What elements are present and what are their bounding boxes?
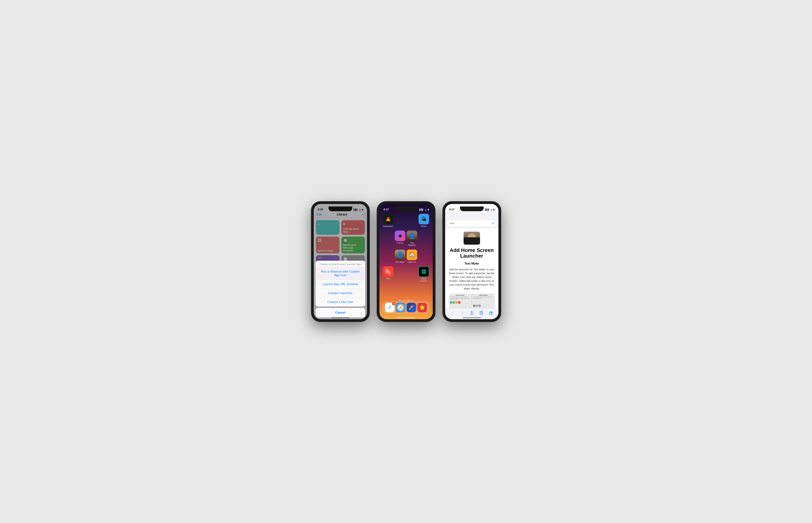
app-empty-5 <box>383 250 394 263</box>
preview-icon-7 <box>479 305 481 307</box>
app-label-hourly: Hourly <box>421 225 427 227</box>
app-label-text-myke: Text Myke <box>395 261 405 263</box>
app-label-lights-up: Lights Up <box>408 261 416 263</box>
svg-rect-6 <box>422 272 424 273</box>
text-stephen-icon: 👤 <box>407 231 417 241</box>
app-empty-1 <box>394 214 406 227</box>
app-hourly[interactable]: 🌤 Hourly <box>418 214 429 227</box>
time-2: 4:17 <box>384 208 389 211</box>
dock-safari[interactable]: 🧭 <box>396 303 405 312</box>
phones-container: 2:23 ▌▌▌ ▲ ▮ Edit Library + ··· ✓ <box>311 201 501 322</box>
page-dot-6 <box>410 300 411 301</box>
app-homescreen[interactable]: Home Screen <box>418 266 429 282</box>
phone-1: 2:23 ▌▌▌ ▲ ▮ Edit Library + ··· ✓ <box>311 201 370 322</box>
notch-2 <box>394 206 418 211</box>
action-custom-color[interactable]: Custom Color Icon <box>316 298 365 306</box>
address-text: data: <box>449 222 455 225</box>
page-dot-2 <box>401 300 402 301</box>
app-empty-8 <box>406 266 418 282</box>
app-empty-6 <box>418 250 429 263</box>
wifi-icon-3: ▲ <box>490 209 492 211</box>
preview-icon-1 <box>450 301 452 304</box>
action-sheet-overlay[interactable]: Choose a Home Screen Launcher Type Run a… <box>314 204 367 319</box>
safari-address-bar[interactable]: data: ↺ <box>447 220 496 227</box>
back-button[interactable] <box>449 310 456 316</box>
action-sheet-header: Choose a Home Screen Launcher Type <box>316 261 365 267</box>
page-body: Add this launcher for 'Text Myke' to you… <box>449 268 495 291</box>
wifi-icon-2: ▲ <box>425 209 427 211</box>
page-title: Add Home Screen Launcher <box>449 248 495 259</box>
app-empty-3 <box>383 231 394 246</box>
preview-icon-5 <box>473 305 475 307</box>
status-icons-2: ▌▌▌ ▲ ▮ <box>419 209 428 211</box>
dock-star[interactable]: ⭐ <box>418 303 427 312</box>
app-text-stephen[interactable]: 👤 Text Stephen <box>406 231 418 246</box>
safari-content: Add Home Screen Launcher Text Myke Add t… <box>445 228 498 308</box>
dock: ✓ 9 🧭 🚀 ⭐ <box>382 301 430 314</box>
frames-icon: ◆ <box>395 231 405 241</box>
phone3-screen: 4:17 ▌▌▌ ▲ ▮ data: ↺ <box>445 204 498 319</box>
app-label-rss: RSS <box>386 278 390 280</box>
app-automation[interactable]: Automation <box>383 214 394 227</box>
home-indicator-2 <box>397 318 415 318</box>
profile-avatar <box>463 232 480 245</box>
forward-button[interactable] <box>459 310 465 316</box>
preview-icons-row-2 <box>473 305 494 307</box>
app-label-text-stephen: Text Stephen <box>406 242 418 246</box>
dock-rocket[interactable]: 🚀 <box>407 303 416 312</box>
signal-icon-3: ▌▌▌ <box>485 209 489 211</box>
text-myke-icon: 👤 <box>395 250 405 260</box>
share-button[interactable] <box>469 310 475 316</box>
page-dots <box>399 300 413 301</box>
app-lights-up[interactable]: 🏠 Lights Up <box>406 250 418 263</box>
home-screen-grid: Automation 🌤 Hourly ◆ Frames 👤 <box>379 212 433 282</box>
preview-panel-2-title: Home Control <box>473 294 494 296</box>
phone-2: 4:17 ▌▌▌ ▲ ▮ Automation <box>377 201 435 322</box>
preview-icons-row-1 <box>450 301 471 304</box>
reload-icon[interactable]: ↺ <box>492 222 494 225</box>
signal-icon-2: ▌▌▌ <box>419 209 424 211</box>
preview-panel-1-title: Home Control <box>450 294 471 296</box>
lights-up-icon: 🏠 <box>407 250 417 260</box>
page-dot-3 <box>403 300 404 301</box>
preview-panel-2: Home Control Add this launcher for 'Home… <box>472 293 495 308</box>
svg-rect-2 <box>386 272 387 273</box>
svg-rect-5 <box>424 270 425 271</box>
app-text-myke[interactable]: 👤 Text Myke <box>394 250 406 263</box>
page-dot-1 <box>399 300 400 301</box>
action-sheet-main: Choose a Home Screen Launcher Type Run a… <box>316 261 365 306</box>
phone2-screen: 4:17 ▌▌▌ ▲ ▮ Automation <box>379 204 433 319</box>
action-launch-url[interactable]: Launch App URL Scheme <box>316 280 365 289</box>
bookmarks-button[interactable] <box>478 310 484 316</box>
preview-panel-2-text: Add this launcher for 'Home Control' to … <box>473 296 494 299</box>
app-empty-2 <box>406 214 418 227</box>
homescreen-icon <box>419 266 429 277</box>
app-label-homescreen: Home Screen <box>418 278 429 282</box>
action-contact-launcher[interactable]: Contact Launcher <box>316 289 365 298</box>
preview-icon-6 <box>476 305 478 307</box>
action-run-shortcut[interactable]: Run a Shortcut with Custom App Icon <box>316 267 365 280</box>
preview-icon-3 <box>455 301 458 304</box>
notch-3 <box>460 206 484 211</box>
dock-checklist[interactable]: ✓ 9 <box>385 303 394 312</box>
battery-icon-2: ▮ <box>428 209 429 211</box>
battery-icon-3: ▮ <box>493 209 494 211</box>
page-dot-7 <box>412 300 413 301</box>
phone1-screen: 2:23 ▌▌▌ ▲ ▮ Edit Library + ··· ✓ <box>314 204 367 319</box>
screenshot-preview: Home Control Add this launcher for 'Home… <box>449 293 495 308</box>
status-icons-3: ▌▌▌ ▲ ▮ <box>485 209 494 211</box>
app-rss[interactable]: RSS <box>383 266 394 282</box>
action-cancel-button[interactable]: Cancel <box>316 308 365 318</box>
app-label-frames: Frames <box>396 242 403 244</box>
phone-3: 4:17 ▌▌▌ ▲ ▮ data: ↺ <box>443 201 501 322</box>
dock-badge: 9 <box>392 302 395 305</box>
preview-divider <box>472 293 472 308</box>
page-subtitle: Text Myke <box>464 262 479 266</box>
app-empty-7 <box>394 266 406 282</box>
app-frames[interactable]: ◆ Frames <box>394 231 406 246</box>
rss-icon <box>383 266 393 277</box>
preview-panel-1: Home Control Add this launcher for 'Home… <box>449 293 472 308</box>
app-label-automation: Automation <box>383 225 393 227</box>
page-dot-4 <box>405 300 406 301</box>
tabs-button[interactable] <box>488 310 494 316</box>
